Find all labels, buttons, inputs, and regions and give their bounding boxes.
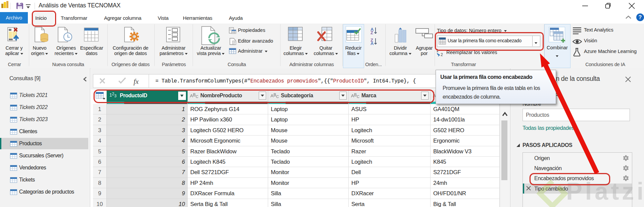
svg-text:A: A xyxy=(370,41,374,46)
svg-text:2: 2 xyxy=(441,52,443,57)
svg-text:fx: fx xyxy=(134,77,139,86)
svg-text:Z: Z xyxy=(370,30,373,35)
